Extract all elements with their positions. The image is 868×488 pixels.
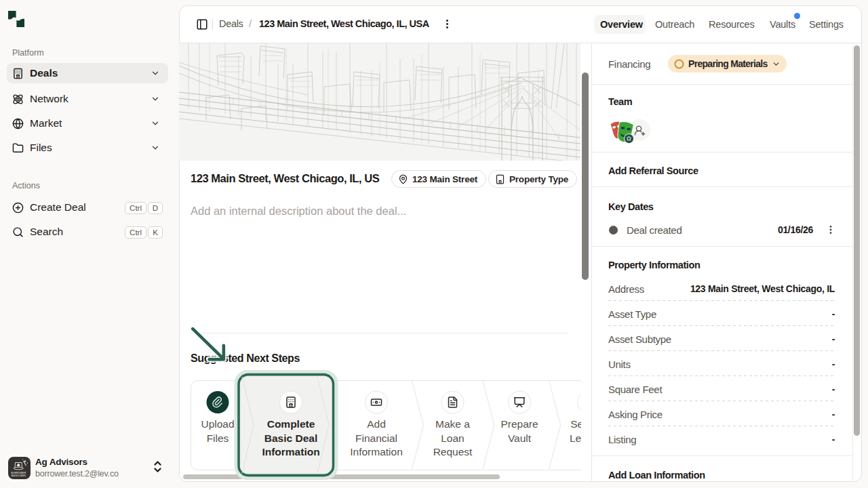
svg-text:CompleteBasic DealInformation: CompleteBasic DealInformation <box>262 418 319 458</box>
svg-text:MAGICIANS: MAGICIANS <box>12 474 26 477</box>
